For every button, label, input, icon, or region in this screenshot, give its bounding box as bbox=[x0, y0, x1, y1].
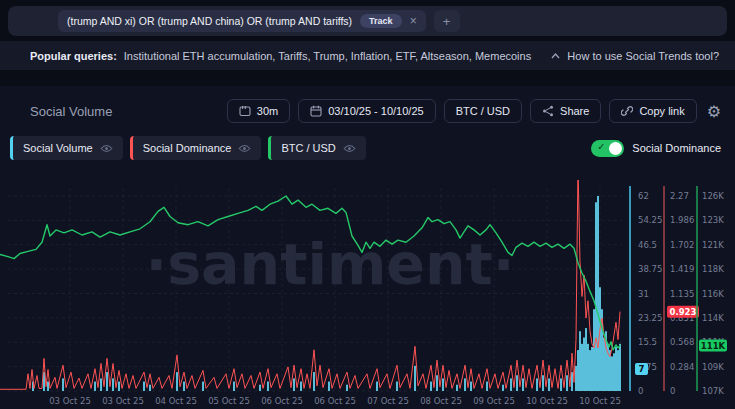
svg-text:114K: 114K bbox=[702, 313, 724, 323]
svg-text:03 Oct 25: 03 Oct 25 bbox=[102, 396, 144, 406]
svg-text:0.568: 0.568 bbox=[670, 337, 694, 347]
popular-queries-bar: Popular queries: Institutional ETH accum… bbox=[0, 41, 735, 70]
pair-label: BTC / USD bbox=[456, 105, 510, 117]
chevron-up-icon bbox=[551, 53, 560, 59]
social-trends-chart[interactable]: ·santiment·6254.2546.538.753123.2515.57.… bbox=[0, 180, 735, 409]
svg-text:03 Oct 25: 03 Oct 25 bbox=[49, 396, 91, 406]
eye-icon[interactable] bbox=[343, 144, 356, 153]
query-text: (trump AND xi) OR (trump AND china) OR (… bbox=[67, 15, 352, 27]
link-icon bbox=[621, 105, 633, 117]
svg-text:123K: 123K bbox=[702, 215, 724, 225]
copy-link-button[interactable]: Copy link bbox=[609, 99, 696, 123]
svg-text:23.25: 23.25 bbox=[638, 313, 662, 323]
legend-chip-social-volume[interactable]: Social Volume bbox=[10, 136, 123, 160]
svg-text:116K: 116K bbox=[702, 289, 724, 299]
legend-chip-label: BTC / USD bbox=[281, 142, 335, 154]
legend-chip-social-dominance[interactable]: Social Dominance bbox=[130, 136, 262, 160]
chart-toolbar: Social Volume 30m 03/10/25 - 10/10/25 BT… bbox=[0, 86, 735, 123]
svg-text:1.135: 1.135 bbox=[670, 289, 694, 299]
popular-queries-list[interactable]: Institutional ETH accumulation, Tariffs,… bbox=[124, 50, 531, 62]
svg-text:05 Oct 25: 05 Oct 25 bbox=[208, 396, 250, 406]
svg-text:62: 62 bbox=[638, 191, 649, 201]
svg-text:118K: 118K bbox=[702, 264, 724, 274]
legend-row: Social Volume Social Dominance BTC / USD… bbox=[0, 123, 735, 160]
svg-text:0: 0 bbox=[670, 386, 675, 396]
share-icon bbox=[542, 105, 554, 117]
settings-gear-icon[interactable]: ⚙ bbox=[707, 102, 721, 121]
svg-text:2.27: 2.27 bbox=[670, 191, 689, 201]
popular-queries-label: Popular queries: bbox=[30, 50, 117, 62]
help-link[interactable]: How to use Social Trends tool? bbox=[551, 50, 719, 62]
date-range-label: 03/10/25 - 10/10/25 bbox=[328, 105, 423, 117]
svg-text:111K: 111K bbox=[701, 341, 726, 351]
svg-text:121K: 121K bbox=[702, 240, 724, 250]
copy-link-label: Copy link bbox=[639, 105, 684, 117]
legend-chip-label: Social Dominance bbox=[143, 142, 232, 154]
share-label: Share bbox=[560, 105, 589, 117]
legend-chip-label: Social Volume bbox=[23, 142, 93, 154]
query-tab-bar: (trump AND xi) OR (trump AND china) OR (… bbox=[8, 6, 727, 36]
eye-icon[interactable] bbox=[238, 144, 251, 153]
help-link-label: How to use Social Trends tool? bbox=[567, 50, 719, 62]
svg-text:04 Oct 25: 04 Oct 25 bbox=[155, 396, 197, 406]
date-range-button[interactable]: 03/10/25 - 10/10/25 bbox=[298, 99, 435, 123]
svg-text:1.986: 1.986 bbox=[670, 215, 694, 225]
track-button[interactable]: Track bbox=[360, 14, 402, 28]
interval-icon bbox=[239, 105, 251, 117]
svg-text:10 Oct 25: 10 Oct 25 bbox=[579, 396, 621, 406]
svg-text:54.25: 54.25 bbox=[638, 215, 662, 225]
svg-text:07 Oct 25: 07 Oct 25 bbox=[367, 396, 409, 406]
svg-text:09 Oct 25: 09 Oct 25 bbox=[473, 396, 515, 406]
legend-chip-btc-usd[interactable]: BTC / USD bbox=[268, 136, 365, 160]
svg-text:109K: 109K bbox=[702, 362, 724, 372]
svg-text:·santiment·: ·santiment· bbox=[146, 231, 515, 297]
svg-text:15.5: 15.5 bbox=[638, 337, 657, 347]
svg-text:10 Oct 25: 10 Oct 25 bbox=[526, 396, 568, 406]
svg-text:0.284: 0.284 bbox=[670, 362, 694, 372]
svg-text:7: 7 bbox=[639, 364, 645, 374]
svg-text:06 Oct 25: 06 Oct 25 bbox=[261, 396, 303, 406]
eye-icon[interactable] bbox=[100, 144, 113, 153]
svg-text:46.5: 46.5 bbox=[638, 240, 657, 250]
interval-label: 30m bbox=[257, 105, 278, 117]
toggle-label: Social Dominance bbox=[632, 142, 721, 154]
toggle-knob bbox=[609, 142, 622, 155]
share-button[interactable]: Share bbox=[530, 99, 601, 123]
close-icon[interactable]: × bbox=[410, 15, 417, 27]
calendar-icon bbox=[310, 105, 322, 117]
add-query-button[interactable]: + bbox=[434, 10, 460, 32]
svg-text:38.75: 38.75 bbox=[638, 264, 662, 274]
check-icon: ✓ bbox=[597, 141, 605, 152]
panel-title: Social Volume bbox=[30, 104, 112, 119]
svg-text:06 Oct 25: 06 Oct 25 bbox=[314, 396, 356, 406]
social-volume-panel: Social Volume 30m 03/10/25 - 10/10/25 BT… bbox=[0, 86, 735, 409]
svg-text:1.702: 1.702 bbox=[670, 240, 694, 250]
svg-text:08 Oct 25: 08 Oct 25 bbox=[420, 396, 462, 406]
social-dominance-toggle[interactable]: ✓ bbox=[591, 140, 624, 157]
pair-button[interactable]: BTC / USD bbox=[444, 99, 522, 123]
svg-text:1.419: 1.419 bbox=[670, 264, 694, 274]
interval-button[interactable]: 30m bbox=[227, 99, 290, 123]
query-tab[interactable]: (trump AND xi) OR (trump AND china) OR (… bbox=[58, 10, 426, 32]
svg-text:31: 31 bbox=[638, 289, 649, 299]
svg-text:0.923: 0.923 bbox=[670, 307, 697, 317]
svg-text:126K: 126K bbox=[702, 191, 724, 201]
svg-text:0: 0 bbox=[638, 386, 643, 396]
svg-text:107K: 107K bbox=[702, 386, 724, 396]
